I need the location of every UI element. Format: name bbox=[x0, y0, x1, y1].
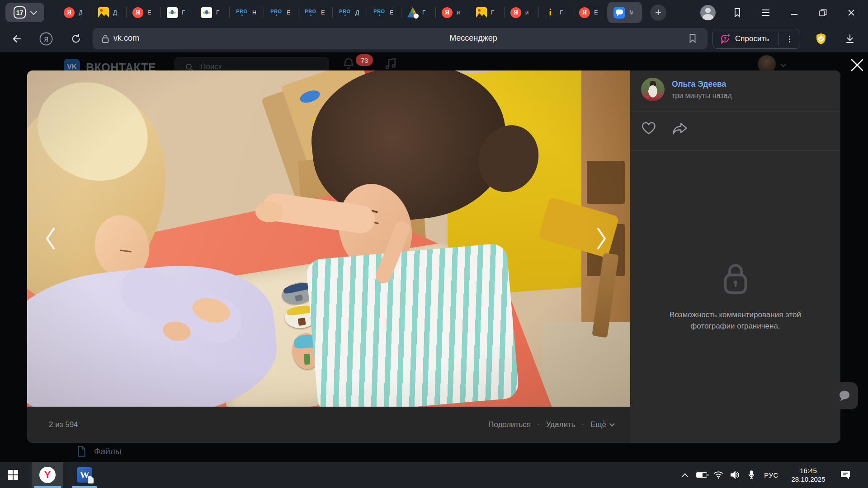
photo[interactable] bbox=[27, 70, 630, 407]
clock-date: 28.10.2025 bbox=[791, 475, 825, 483]
bookmarks-panel-icon[interactable] bbox=[731, 6, 744, 19]
close-window-button[interactable] bbox=[844, 6, 858, 19]
taskbar-yandex-browser[interactable]: Y bbox=[32, 462, 63, 488]
refresh-button[interactable] bbox=[66, 25, 86, 52]
photo-vignette bbox=[27, 70, 630, 407]
windows-taskbar: Y W РУС 16:45 28.10.2025 bbox=[0, 462, 868, 488]
tab-5-emblem[interactable]: Г bbox=[195, 0, 230, 25]
tab-title-fragment: Е bbox=[321, 9, 325, 16]
tab-6-pro[interactable]: PROН bbox=[230, 0, 264, 25]
tab-12-yandex[interactable]: Яи bbox=[436, 0, 470, 25]
files-label: Файлы bbox=[94, 446, 121, 456]
tab-13-image[interactable]: Г bbox=[470, 0, 505, 25]
restore-button[interactable] bbox=[816, 6, 830, 19]
taskbar-clock[interactable]: 16:45 28.10.2025 bbox=[788, 462, 829, 488]
pro-favicon: PRO bbox=[339, 7, 351, 18]
tab-11-globe[interactable]: Г bbox=[401, 0, 436, 25]
svg-text:Я: Я bbox=[44, 35, 48, 42]
close-viewer-button[interactable] bbox=[849, 57, 865, 73]
url-text: vk.com bbox=[113, 33, 139, 43]
ask-more-icon[interactable] bbox=[789, 36, 790, 42]
new-tab-button[interactable]: + bbox=[650, 5, 666, 21]
battery-icon[interactable] bbox=[693, 462, 710, 488]
yandex-favicon: Я bbox=[132, 7, 143, 18]
share-button[interactable]: Поделиться bbox=[488, 420, 531, 429]
tab-10-pro[interactable]: PROЕ bbox=[367, 0, 401, 25]
taskbar-word[interactable]: W bbox=[69, 462, 100, 488]
tab-title-fragment: Г bbox=[216, 9, 220, 16]
author-name-link[interactable]: Ольга Эдеева bbox=[672, 80, 726, 89]
share-icon-button[interactable] bbox=[672, 122, 688, 137]
tab-title-fragment: М bbox=[629, 9, 633, 16]
tab-15-info[interactable]: iГ bbox=[539, 0, 573, 25]
windows-logo-icon bbox=[8, 470, 18, 480]
microphone-icon[interactable] bbox=[744, 462, 759, 488]
action-center-icon[interactable] bbox=[835, 462, 855, 488]
tab-counter-button[interactable]: 17 bbox=[5, 3, 44, 22]
tab-title-fragment: Г bbox=[491, 9, 495, 16]
tab-4-emblem[interactable]: Г bbox=[161, 0, 195, 25]
tab-count: 17 bbox=[14, 6, 26, 19]
ask-ai-button[interactable]: ? Спросить bbox=[712, 29, 800, 49]
minimize-button[interactable] bbox=[788, 6, 801, 19]
protect-shield-icon[interactable] bbox=[811, 25, 831, 52]
support-chat-button[interactable] bbox=[831, 382, 858, 409]
tab-title-fragment: Е bbox=[147, 9, 151, 16]
back-button[interactable] bbox=[6, 25, 26, 52]
address-bar[interactable]: vk.com Мессенджер bbox=[93, 28, 708, 49]
tab-title-fragment: Е bbox=[287, 9, 290, 16]
profile-avatar[interactable] bbox=[700, 5, 716, 20]
start-button[interactable] bbox=[0, 462, 26, 488]
downloads-icon[interactable] bbox=[840, 25, 860, 52]
tab-14-yandex[interactable]: Яи bbox=[505, 0, 539, 25]
notification-badge: 73 bbox=[356, 54, 373, 66]
tab-title-fragment: Е bbox=[390, 9, 393, 16]
dot-separator: · bbox=[537, 420, 540, 429]
tab-16-yandex[interactable]: ЯЕ bbox=[573, 0, 608, 25]
search-placeholder: Поиск bbox=[200, 62, 222, 71]
info-favicon: i bbox=[545, 7, 556, 18]
image-favicon bbox=[98, 7, 109, 18]
delete-button[interactable]: Удалить bbox=[546, 420, 576, 429]
share-arrow-icon bbox=[672, 122, 688, 136]
music-icon[interactable] bbox=[384, 57, 398, 70]
comments-restricted-text: Возможность комментирования этой фотогра… bbox=[630, 309, 840, 332]
author-avatar[interactable] bbox=[641, 78, 665, 101]
tab-title-fragment: Е bbox=[594, 9, 598, 16]
tab-title-fragment: и bbox=[525, 9, 529, 16]
wifi-icon[interactable] bbox=[711, 462, 726, 488]
browser-tab-bar: 17 ЯДДЯЕГГPROНPROЕPROЕPROДPROЕГЯиГЯиiГЯЕ… bbox=[0, 0, 868, 25]
pro-favicon: PRO bbox=[304, 7, 317, 18]
tray-expand-icon[interactable] bbox=[677, 462, 693, 488]
next-photo-arrow[interactable] bbox=[595, 226, 609, 253]
pro-favicon: PRO bbox=[270, 7, 283, 18]
tab-1-yandex[interactable]: ЯД bbox=[58, 0, 92, 25]
chevron-down-icon bbox=[30, 8, 38, 15]
previous-photo-arrow[interactable] bbox=[43, 226, 57, 253]
ask-sparkle-icon: ? bbox=[719, 33, 731, 45]
yandex-home-button[interactable]: Я bbox=[36, 25, 56, 52]
more-label: Ещё bbox=[590, 420, 606, 429]
tab-8-pro[interactable]: PROЕ bbox=[298, 0, 333, 25]
tab-9-pro[interactable]: PROД bbox=[333, 0, 367, 25]
language-indicator[interactable]: РУС bbox=[760, 462, 782, 488]
notifications-bell-icon[interactable] bbox=[342, 56, 355, 70]
menu-icon[interactable] bbox=[759, 6, 773, 19]
svg-text:?: ? bbox=[723, 36, 726, 42]
tab-title-fragment: Г bbox=[422, 9, 426, 16]
pro-favicon: PRO bbox=[236, 7, 248, 18]
messenger-favicon bbox=[613, 7, 625, 19]
tab-strip: ЯДДЯЕГГPROНPROЕPROЕPROДPROЕГЯиГЯиiГЯЕМ bbox=[58, 0, 642, 25]
tab-7-pro[interactable]: PROЕ bbox=[264, 0, 298, 25]
tab-2-image[interactable]: Д bbox=[92, 0, 127, 25]
tab-3-yandex[interactable]: ЯЕ bbox=[127, 0, 161, 25]
emblem-favicon bbox=[201, 7, 212, 18]
like-button[interactable] bbox=[641, 121, 656, 137]
tab-title-fragment: и bbox=[457, 9, 460, 16]
volume-icon[interactable] bbox=[727, 462, 743, 488]
sidebar-item-files[interactable]: Файлы bbox=[76, 446, 121, 457]
bookmark-flag-icon[interactable] bbox=[689, 33, 697, 45]
tab-17-messenger[interactable]: М bbox=[608, 2, 642, 23]
more-button[interactable]: Ещё bbox=[590, 420, 615, 429]
divider bbox=[630, 150, 840, 151]
